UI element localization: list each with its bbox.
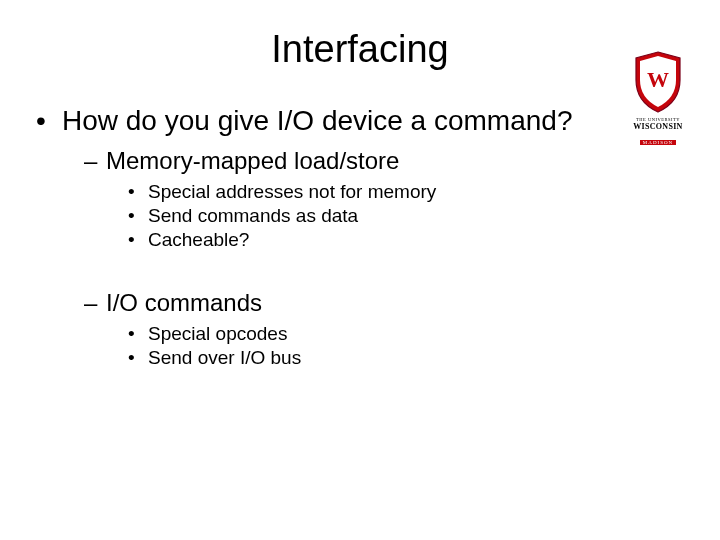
slide-title: Interfacing bbox=[0, 28, 720, 71]
bullet-dash-icon: – bbox=[84, 147, 106, 175]
bullet-level2: – Memory-mapped load/store bbox=[84, 147, 684, 175]
bullet-dash-icon: – bbox=[84, 289, 106, 317]
bullet-level3: • Cacheable? bbox=[128, 229, 684, 251]
slide-content: • How do you give I/O device a command? … bbox=[0, 105, 720, 369]
bullet-dot-icon: • bbox=[128, 347, 148, 369]
bullet-dot-icon: • bbox=[128, 181, 148, 203]
bullet-level3: • Send commands as data bbox=[128, 205, 684, 227]
bullet-text: Memory-mapped load/store bbox=[106, 147, 399, 175]
spacer bbox=[36, 253, 684, 283]
bullet-text: Cacheable? bbox=[148, 229, 249, 251]
bullet-text: Special addresses not for memory bbox=[148, 181, 436, 203]
logo-line3: MADISON bbox=[640, 140, 676, 145]
bullet-level1: • How do you give I/O device a command? bbox=[36, 105, 684, 137]
bullet-dot-icon: • bbox=[128, 323, 148, 345]
bullet-text: Send commands as data bbox=[148, 205, 358, 227]
university-logo: W THE UNIVERSITY WISCONSIN MADISON bbox=[622, 50, 694, 147]
bullet-dot-icon: • bbox=[128, 205, 148, 227]
bullet-level2: – I/O commands bbox=[84, 289, 684, 317]
bullet-dot-icon: • bbox=[36, 105, 62, 137]
logo-line2: WISCONSIN bbox=[622, 123, 694, 131]
bullet-dot-icon: • bbox=[128, 229, 148, 251]
bullet-text: Special opcodes bbox=[148, 323, 287, 345]
bullet-text: How do you give I/O device a command? bbox=[62, 105, 572, 137]
bullet-level3: • Special addresses not for memory bbox=[128, 181, 684, 203]
slide: W THE UNIVERSITY WISCONSIN MADISON Inter… bbox=[0, 28, 720, 540]
bullet-text: Send over I/O bus bbox=[148, 347, 301, 369]
crest-icon: W bbox=[622, 50, 694, 122]
svg-text:W: W bbox=[647, 67, 669, 92]
bullet-text: I/O commands bbox=[106, 289, 262, 317]
bullet-level3: • Send over I/O bus bbox=[128, 347, 684, 369]
bullet-level3: • Special opcodes bbox=[128, 323, 684, 345]
